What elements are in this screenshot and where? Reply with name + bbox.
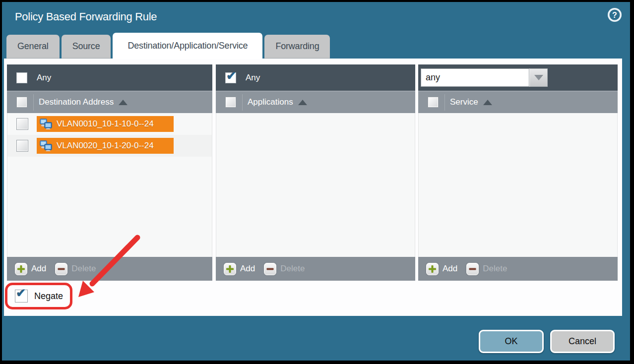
applications-any-label: Any [246,73,260,83]
destination-address-label: VLAN0020_10-1-20-0--24 [57,141,154,151]
service-dropdown-value: any [421,68,529,87]
ok-button[interactable]: OK [479,330,544,353]
destination-column-header[interactable]: Destination Address [7,91,212,113]
destination-any-header: Any [7,64,212,91]
destination-address-object[interactable]: VLAN0020_10-1-20-0--24 [37,138,174,154]
negate-label: Negate [34,291,63,302]
checkmark-icon: ✔ [226,70,236,82]
applications-actions-bar: Add Delete [216,257,415,281]
applications-list [216,113,415,257]
destination-row: VLAN0010_10-1-10-0--24 [7,113,212,135]
applications-any-header: ✔ Any [216,64,415,91]
destination-row: VLAN0020_10-1-20-0--24 [7,135,212,157]
header-divider [33,94,34,111]
negate-checkbox[interactable]: ✔ [15,290,28,303]
help-icon[interactable]: ? [607,7,622,22]
tab-general-label: General [17,41,49,52]
add-icon[interactable] [224,263,236,275]
service-any-dropdown[interactable]: any [421,68,548,87]
applications-select-all-checkbox[interactable] [225,97,236,108]
service-list [418,113,618,257]
network-address-icon [40,119,53,129]
destination-any-checkbox[interactable] [16,72,27,83]
add-button[interactable]: Add [443,264,457,274]
destination-list: VLAN0010_10-1-10-0--24 [7,113,212,257]
ok-button-label: OK [505,336,517,347]
destination-any-label: Any [37,73,51,83]
delete-icon[interactable] [466,263,479,275]
tab-forwarding-label: Forwarding [275,41,319,52]
tab-source-label: Source [72,41,100,52]
applications-panel: ✔ Any Applications Add [216,64,415,281]
destination-header-label: Destination Address [39,97,114,107]
service-select-all-checkbox[interactable] [428,97,439,108]
applications-any-checkbox[interactable]: ✔ [225,72,236,83]
delete-button[interactable]: Delete [71,264,96,274]
sort-asc-icon[interactable] [483,100,492,105]
sort-asc-icon[interactable] [298,100,307,105]
service-column-header[interactable]: Service [418,91,618,113]
cancel-button[interactable]: Cancel [550,330,615,353]
applications-column-header[interactable]: Applications [216,91,415,113]
tab-destination-application-service[interactable]: Destination/Application/Service [113,33,262,59]
tab-bar: General Source Destination/Application/S… [6,33,332,59]
policy-based-forwarding-dialog: Policy Based Forwarding Rule ? General S… [2,2,630,361]
destination-row-checkbox[interactable] [16,140,28,152]
tab-general[interactable]: General [6,35,60,59]
service-header-label: Service [450,97,478,107]
destination-address-label: VLAN0010_10-1-10-0--24 [57,119,154,129]
applications-header-label: Applications [248,97,293,107]
delete-button[interactable]: Delete [280,264,305,274]
destination-row-checkbox[interactable] [16,118,28,130]
network-address-icon [40,140,53,151]
add-button[interactable]: Add [31,264,46,274]
cancel-button-label: Cancel [569,336,596,347]
tab-source[interactable]: Source [62,35,111,59]
sort-asc-icon[interactable] [119,100,127,105]
dialog-title: Policy Based Forwarding Rule [15,10,157,23]
destination-select-all-checkbox[interactable] [16,97,27,108]
destination-actions-bar: Add Delete [7,257,212,281]
screenshot-frame: Policy Based Forwarding Rule ? General S… [0,0,634,364]
delete-icon[interactable] [264,263,276,275]
header-divider [242,94,243,111]
destination-address-object[interactable]: VLAN0010_10-1-10-0--24 [37,116,174,132]
checkmark-icon: ✔ [16,287,26,299]
add-button[interactable]: Add [240,264,255,274]
tab-destination-application-service-label: Destination/Application/Service [127,41,248,51]
header-divider [444,94,445,111]
destination-address-panel: Any Destination Address [7,64,212,281]
service-actions-bar: Add Delete [418,257,618,281]
svg-text:?: ? [612,11,617,19]
delete-button[interactable]: Delete [483,264,507,274]
add-icon[interactable] [426,263,439,275]
service-any-header: any [418,64,618,91]
negate-highlight-box: ✔ Negate [5,283,72,309]
tab-content: Any Destination Address [4,59,622,316]
service-panel: any Service Add [418,64,618,281]
delete-icon[interactable] [55,263,67,275]
add-icon[interactable] [15,263,27,275]
tab-forwarding[interactable]: Forwarding [264,35,330,59]
dropdown-arrow-icon[interactable] [529,68,548,87]
